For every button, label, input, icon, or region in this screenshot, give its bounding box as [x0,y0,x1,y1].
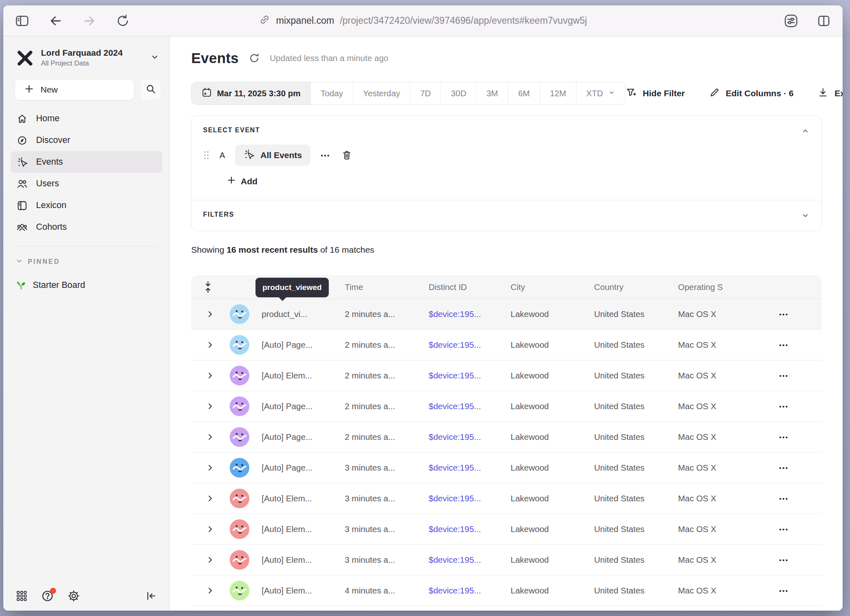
row-menu-button[interactable]: ••• [769,403,822,410]
sidebar-item-starter-board[interactable]: Starter Board [11,274,162,296]
sidebar-item-users[interactable]: Users [11,173,162,195]
pinned-section-header[interactable]: PINNED [16,257,170,266]
row-expander-icon[interactable] [191,371,222,380]
filters-title: FILTERS [203,211,810,218]
drag-handle-icon[interactable] [203,150,210,161]
distinct-id-link[interactable]: $device:195... [429,340,511,350]
row-expander-icon[interactable] [191,525,222,533]
city-cell: Lakewood [511,340,594,350]
apps-grid-icon[interactable] [16,590,28,602]
trash-icon[interactable] [341,149,353,161]
table-row[interactable]: [Auto] Elem... 3 minutes a... $device:19… [191,514,822,545]
table-row[interactable]: [Auto] Page... 2 minutes a... $device:19… [191,391,822,422]
preset-yesterday[interactable]: Yesterday [353,82,410,104]
distinct-id-link[interactable]: $device:195... [429,555,511,565]
page-settings-icon[interactable] [783,13,799,29]
distinct-id-link[interactable]: $device:195... [429,586,511,596]
export-button[interactable]: Export [817,87,843,100]
row-menu-button[interactable]: ••• [769,372,822,379]
sidebar-item-home[interactable]: Home [11,108,162,129]
row-menu-button[interactable]: ••• [769,464,822,471]
sidebar-item-label: Home [36,113,59,124]
table-row[interactable] [191,606,822,611]
column-header-os[interactable]: Operating S [678,282,769,292]
row-menu-button[interactable]: ••• [769,557,822,564]
sidebar-toggle-icon[interactable] [14,13,30,29]
time-cell: 2 minutes a... [345,432,429,442]
add-event-button[interactable]: Add [227,176,810,187]
column-header-city[interactable]: City [511,282,594,292]
time-cell: 2 minutes a... [345,371,429,380]
distinct-id-link[interactable]: $device:195... [429,309,511,319]
row-expander-icon[interactable] [191,556,222,564]
project-switcher[interactable]: Lord Farquaad 2024 All Project Data [3,46,170,69]
distinct-id-link[interactable]: $device:195... [429,401,511,411]
distinct-id-link[interactable]: $device:195... [429,463,511,473]
preset-today[interactable]: Today [311,82,353,104]
table-row[interactable]: [Auto] Elem... 2 minutes a... $device:19… [191,360,822,391]
distinct-id-link[interactable]: $device:195... [429,494,511,503]
forward-button[interactable] [81,13,97,29]
row-menu-button[interactable]: ••• [769,434,822,441]
collapse-sidebar-icon[interactable] [145,590,157,602]
event-name-cell: [Auto] Page... [262,340,345,350]
preset-7d[interactable]: 7D [410,82,441,104]
event-options-button[interactable]: ••• [319,152,332,159]
preset-3m[interactable]: 3M [477,82,508,104]
collapse-all-rows-icon[interactable] [191,281,222,293]
hide-filter-button[interactable]: Hide Filter [626,87,685,100]
gear-icon[interactable] [67,589,80,602]
table-row[interactable]: [Auto] Elem... 3 minutes a... $device:19… [191,483,822,514]
edit-columns-button[interactable]: Edit Columns · 6 [709,87,794,100]
city-cell: Lakewood [511,309,594,319]
reload-button[interactable] [115,13,131,29]
table-row[interactable]: product_vi... 2 minutes a... $device:195… [191,299,822,330]
search-button[interactable] [140,79,161,100]
date-range-current[interactable]: Mar 11, 2025 3:30 pm [192,82,311,104]
preset-xtd[interactable]: XTD [576,82,625,104]
preset-12m[interactable]: 12M [540,82,576,104]
row-menu-button[interactable]: ••• [769,311,822,318]
row-menu-button[interactable]: ••• [769,587,822,594]
table-row[interactable]: [Auto] Elem... 3 minutes a... $device:19… [191,545,822,575]
sidebar-item-lexicon[interactable]: Lexicon [11,195,162,216]
city-cell: Lakewood [511,401,594,411]
url-path: /project/3472420/view/3974696/app/events… [340,15,587,26]
sidebar-item-cohorts[interactable]: Cohorts [11,216,162,238]
row-menu-button[interactable]: ••• [769,495,822,502]
row-expander-icon[interactable] [191,433,222,441]
table-row[interactable]: [Auto] Page... 2 minutes a... $device:19… [191,330,822,360]
help-icon[interactable] [41,589,54,602]
address-bar[interactable]: mixpanel.com/project/3472420/view/397469… [259,14,587,28]
table-row[interactable]: [Auto] Page... 2 minutes a... $device:19… [191,422,822,453]
table-row[interactable]: [Auto] Page... 3 minutes a... $device:19… [191,453,822,483]
distinct-id-link[interactable]: $device:195... [429,524,511,534]
sidebar-item-discover[interactable]: Discover [11,129,162,151]
preset-30d[interactable]: 30D [441,82,477,104]
table-row[interactable]: [Auto] Elem... 4 minutes a... $device:19… [191,575,822,606]
row-menu-button[interactable]: ••• [769,526,822,533]
preset-6m[interactable]: 6M [508,82,540,104]
refresh-icon[interactable] [249,52,260,64]
chevron-down-icon[interactable] [801,211,810,220]
back-button[interactable] [47,13,64,29]
chevron-up-icon[interactable] [801,127,810,136]
distinct-id-link[interactable]: $device:195... [429,371,511,380]
row-expander-icon[interactable] [191,494,222,503]
sidebar-item-events[interactable]: Events [11,151,162,173]
row-expander-icon[interactable] [191,341,222,349]
column-header-distinct-id[interactable]: Distinct ID [429,282,511,292]
row-expander-icon[interactable] [191,464,222,472]
row-expander-icon[interactable] [191,310,222,318]
event-selector-chip[interactable]: All Events [235,145,310,166]
row-expander-icon[interactable] [191,402,222,410]
row-menu-button[interactable]: ••• [769,342,822,349]
new-button[interactable]: New [15,79,134,100]
column-header-country[interactable]: Country [594,282,678,292]
avatar [230,335,249,355]
city-cell: Lakewood [511,371,594,380]
distinct-id-link[interactable]: $device:195... [429,432,511,442]
split-view-icon[interactable] [816,13,832,29]
column-header-time[interactable]: Time [345,282,429,292]
row-expander-icon[interactable] [191,587,222,595]
